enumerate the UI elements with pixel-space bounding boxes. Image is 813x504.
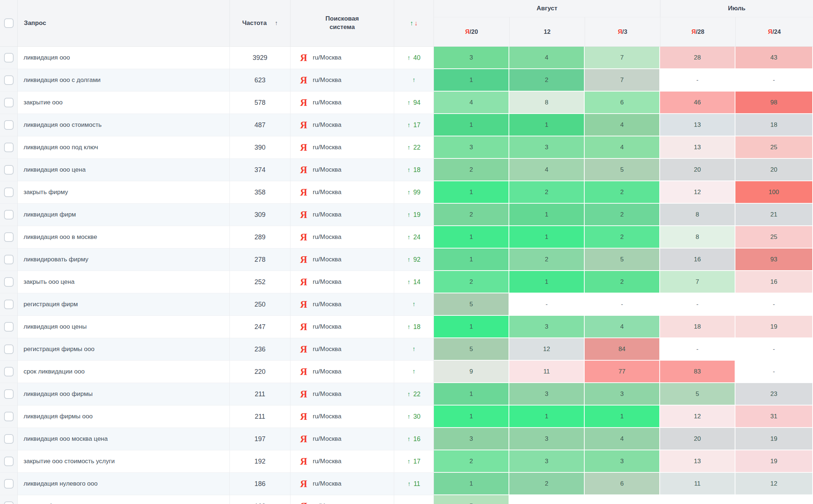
row-checkbox[interactable] bbox=[4, 412, 14, 421]
date-column-header[interactable]: 12 bbox=[509, 17, 585, 47]
position-cell[interactable] bbox=[585, 495, 660, 504]
position-cell[interactable]: 100 bbox=[735, 181, 813, 204]
position-cell[interactable]: 25 bbox=[735, 226, 813, 249]
position-cell[interactable]: 3 bbox=[434, 428, 509, 450]
row-checkbox[interactable] bbox=[4, 255, 14, 264]
date-column-header[interactable]: Я/3 bbox=[585, 17, 660, 47]
row-checkbox[interactable] bbox=[4, 367, 14, 376]
query-cell[interactable]: ликвидация фирмы ооо bbox=[18, 405, 230, 428]
query-cell[interactable]: закрытие ооо стоимость услуги bbox=[18, 450, 230, 473]
position-cell[interactable]: 2 bbox=[585, 204, 660, 226]
up-arrow-icon[interactable]: ↑ bbox=[410, 19, 413, 27]
row-checkbox[interactable] bbox=[4, 210, 14, 219]
position-cell[interactable]: 1 bbox=[509, 204, 585, 226]
position-cell[interactable]: 4 bbox=[585, 428, 660, 450]
position-cell[interactable]: 2 bbox=[509, 181, 585, 204]
position-cell[interactable]: 1 bbox=[585, 405, 660, 428]
row-checkbox[interactable] bbox=[4, 434, 14, 444]
position-cell[interactable]: 12 bbox=[735, 473, 813, 495]
position-cell[interactable]: - bbox=[735, 361, 813, 383]
query-cell[interactable]: ликвидация ооо цены bbox=[18, 316, 230, 338]
sort-asc-icon[interactable]: ↑ bbox=[275, 20, 278, 26]
query-cell[interactable]: регистрация фирмы ооо bbox=[18, 338, 230, 361]
query-cell[interactable]: ликвидация ооо москва цена bbox=[18, 428, 230, 450]
position-cell[interactable]: 1 bbox=[434, 69, 509, 92]
position-cell[interactable]: 18 bbox=[735, 114, 813, 136]
position-cell[interactable]: - bbox=[585, 293, 660, 316]
position-cell[interactable]: - bbox=[660, 338, 735, 361]
position-cell[interactable]: 2 bbox=[434, 450, 509, 473]
position-cell[interactable]: 98 bbox=[735, 92, 813, 114]
row-checkbox[interactable] bbox=[4, 344, 14, 354]
position-cell[interactable]: 19 bbox=[735, 428, 813, 450]
row-checkbox[interactable] bbox=[4, 120, 14, 130]
position-cell[interactable]: 2 bbox=[509, 249, 585, 271]
position-cell[interactable]: 25 bbox=[735, 136, 813, 159]
date-column-header[interactable]: Я/20 bbox=[434, 17, 509, 47]
position-cell[interactable]: 8 bbox=[660, 204, 735, 226]
position-cell[interactable]: 1 bbox=[509, 271, 585, 293]
position-cell[interactable]: 18 bbox=[660, 316, 735, 338]
position-cell[interactable]: 4 bbox=[509, 47, 585, 69]
position-cell[interactable]: 2 bbox=[585, 181, 660, 204]
position-cell[interactable]: 5 bbox=[434, 495, 509, 504]
position-cell[interactable]: 16 bbox=[735, 271, 813, 293]
position-cell[interactable]: 13 bbox=[660, 450, 735, 473]
position-cell[interactable]: 12 bbox=[509, 338, 585, 361]
query-cell[interactable]: ликвидировать фирму bbox=[18, 249, 230, 271]
row-checkbox[interactable] bbox=[4, 53, 14, 62]
position-cell[interactable]: 84 bbox=[585, 338, 660, 361]
position-cell[interactable]: 5 bbox=[434, 293, 509, 316]
query-cell[interactable]: ликвидация ооо с долгами bbox=[18, 69, 230, 92]
position-cell[interactable]: 1 bbox=[434, 383, 509, 405]
position-cell[interactable]: 43 bbox=[735, 47, 813, 69]
position-cell[interactable]: 3 bbox=[509, 316, 585, 338]
position-cell[interactable]: 23 bbox=[735, 383, 813, 405]
position-cell[interactable]: 12 bbox=[660, 405, 735, 428]
position-cell[interactable]: 83 bbox=[660, 361, 735, 383]
down-arrow-icon[interactable]: ↓ bbox=[414, 19, 418, 27]
position-cell[interactable]: 13 bbox=[660, 114, 735, 136]
query-cell[interactable]: закрыть ооо цена bbox=[18, 271, 230, 293]
position-cell[interactable]: 4 bbox=[434, 92, 509, 114]
position-cell[interactable]: 2 bbox=[585, 271, 660, 293]
position-cell[interactable]: 1 bbox=[509, 114, 585, 136]
position-cell[interactable]: 3 bbox=[585, 450, 660, 473]
position-cell[interactable]: 4 bbox=[585, 316, 660, 338]
query-cell[interactable]: закрыть фирму bbox=[18, 181, 230, 204]
position-cell[interactable]: 1 bbox=[434, 316, 509, 338]
query-cell[interactable]: ликвидация ооо в москве bbox=[18, 226, 230, 249]
position-cell[interactable]: 9 bbox=[434, 361, 509, 383]
position-cell[interactable]: 8 bbox=[660, 226, 735, 249]
position-cell[interactable]: - bbox=[509, 293, 585, 316]
row-checkbox[interactable] bbox=[4, 277, 14, 287]
position-cell[interactable]: 2 bbox=[509, 473, 585, 495]
position-cell[interactable] bbox=[509, 495, 585, 504]
position-cell[interactable]: 28 bbox=[660, 47, 735, 69]
position-cell[interactable]: 3 bbox=[509, 383, 585, 405]
position-cell[interactable]: 1 bbox=[434, 181, 509, 204]
position-cell[interactable]: 7 bbox=[585, 69, 660, 92]
position-cell[interactable]: 20 bbox=[660, 428, 735, 450]
position-cell[interactable]: 19 bbox=[735, 316, 813, 338]
query-cell[interactable]: ликвидация ооо стоимость bbox=[18, 114, 230, 136]
select-all-checkbox[interactable] bbox=[4, 18, 14, 28]
position-cell[interactable]: 2 bbox=[585, 226, 660, 249]
change-column-header[interactable]: ↑↓ bbox=[394, 0, 434, 47]
row-checkbox[interactable] bbox=[4, 300, 14, 309]
position-cell[interactable]: 7 bbox=[660, 271, 735, 293]
position-cell[interactable]: 2 bbox=[434, 159, 509, 181]
position-cell[interactable]: 1 bbox=[434, 114, 509, 136]
position-cell[interactable]: 13 bbox=[660, 136, 735, 159]
row-checkbox[interactable] bbox=[4, 98, 14, 107]
row-checkbox[interactable] bbox=[4, 479, 14, 489]
position-cell[interactable]: 2 bbox=[434, 271, 509, 293]
row-checkbox[interactable] bbox=[4, 75, 14, 85]
query-cell[interactable]: срок ликвидации ооо bbox=[18, 361, 230, 383]
query-cell[interactable]: ликвидация ооо под ключ bbox=[18, 136, 230, 159]
position-cell[interactable]: - bbox=[660, 69, 735, 92]
position-cell[interactable]: 5 bbox=[434, 338, 509, 361]
position-cell[interactable]: 5 bbox=[585, 249, 660, 271]
position-cell[interactable]: - bbox=[660, 293, 735, 316]
position-cell[interactable]: 20 bbox=[735, 159, 813, 181]
